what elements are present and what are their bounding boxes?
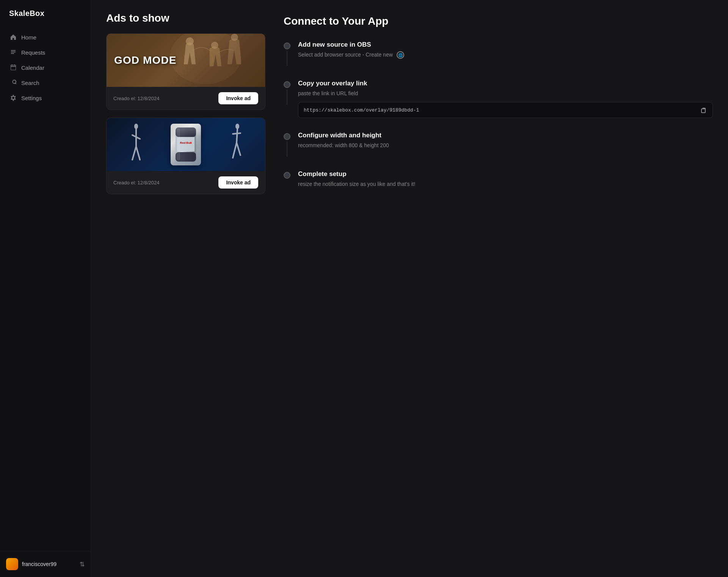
- step-overlay-dot: [284, 81, 290, 88]
- sidebar-item-calendar[interactable]: Calendar: [5, 60, 86, 75]
- step-overlay-title: Copy your overlay link: [298, 80, 713, 87]
- redbull-can: Red Bull: [171, 124, 201, 165]
- step-overlay: Copy your overlay link paste the link in…: [284, 80, 713, 132]
- chevron-updown-icon: ⇅: [80, 561, 85, 568]
- sidebar-item-home[interactable]: Home: [5, 30, 86, 44]
- sidebar-item-settings[interactable]: Settings: [5, 91, 86, 105]
- sidebar-nav: Home Requests Calendar: [0, 30, 91, 551]
- sidebar-item-calendar-label: Calendar: [21, 64, 44, 71]
- overlay-url-text: https://skalebox.com/overlay/9189dbdd-1: [304, 107, 696, 113]
- svg-point-2: [186, 37, 194, 45]
- step-obs-indicator: [284, 42, 290, 66]
- step-dimensions-title: Configure width and height: [298, 132, 713, 139]
- invoke-ad-godmode-button[interactable]: Invoke ad: [218, 92, 258, 104]
- svg-point-4: [231, 34, 238, 41]
- invoke-ad-redbull-button[interactable]: Invoke ad: [218, 176, 258, 189]
- step-obs-title: Add new source in OBS: [298, 41, 713, 49]
- step-overlay-line: [287, 90, 287, 105]
- requests-icon: [10, 49, 17, 56]
- app-logo: SkaleBox: [0, 0, 91, 30]
- sidebar-item-requests[interactable]: Requests: [5, 45, 86, 60]
- sidebar-item-search-label: Search: [21, 80, 39, 86]
- svg-rect-6: [176, 127, 196, 137]
- step-complete-title: Complete setup: [298, 170, 713, 178]
- step-obs-line: [287, 51, 287, 66]
- copy-url-button[interactable]: [700, 106, 707, 114]
- step-complete-content: Complete setup resize the notification s…: [298, 170, 713, 188]
- sidebar: SkaleBox Home Requests: [0, 0, 91, 577]
- step-dimensions-indicator: [284, 133, 290, 157]
- step-obs: Add new source in OBS Select add browser…: [284, 41, 713, 80]
- ad-godmode-footer: Creado el: 12/8/2024 Invoke ad: [107, 87, 265, 110]
- step-complete-indicator: [284, 172, 290, 179]
- step-overlay-indicator: [284, 81, 290, 105]
- ad-card-godmode: GOD MODE Creado el: 12/8/2024 Invoke ad: [106, 33, 265, 110]
- sidebar-item-settings-label: Settings: [21, 95, 42, 101]
- svg-point-3: [211, 42, 218, 49]
- step-overlay-desc: paste the link in URL field: [298, 90, 713, 97]
- step-overlay-content: Copy your overlay link paste the link in…: [298, 80, 713, 118]
- search-icon: [10, 79, 17, 86]
- ad-card-redbull: Red Bull Creado el: 12/8/2024 Invoke ad: [106, 118, 265, 194]
- main-content: Ads to show: [91, 0, 728, 577]
- connect-panel-title: Connect to Your App: [284, 15, 713, 27]
- globe-icon: 🌐: [397, 51, 404, 59]
- right-silhouette-icon: [226, 122, 245, 167]
- ads-panel: Ads to show: [106, 12, 265, 565]
- step-complete: Complete setup resize the notification s…: [284, 170, 713, 188]
- sidebar-item-home-label: Home: [21, 34, 36, 41]
- sidebar-item-search[interactable]: Search: [5, 75, 86, 90]
- step-dimensions-line: [287, 141, 287, 157]
- username: franciscover99: [22, 561, 56, 567]
- step-obs-dot: [284, 42, 290, 49]
- svg-rect-10: [176, 128, 180, 160]
- ad-redbull-image: Red Bull: [107, 118, 265, 171]
- connect-panel: Connect to Your App Add new source in OB…: [284, 12, 713, 565]
- sidebar-footer: franciscover99 ⇅: [0, 551, 91, 577]
- step-complete-desc: resize the notification size as you like…: [298, 180, 713, 188]
- ad-godmode-label: GOD MODE: [114, 54, 177, 66]
- step-dimensions: Configure width and height recommended: …: [284, 132, 713, 170]
- ad-redbull-date: Creado el: 12/8/2024: [113, 180, 159, 186]
- gear-icon: [10, 94, 17, 101]
- user-info[interactable]: franciscover99: [6, 558, 56, 570]
- ad-godmode-date: Creado el: 12/8/2024: [113, 96, 159, 101]
- overlay-url-box: https://skalebox.com/overlay/9189dbdd-1: [298, 102, 713, 118]
- step-dimensions-dot: [284, 133, 290, 140]
- step-dimensions-desc: recommended: width 800 & height 200: [298, 141, 713, 149]
- ad-redbull-footer: Creado el: 12/8/2024 Invoke ad: [107, 171, 265, 194]
- sidebar-item-requests-label: Requests: [21, 49, 45, 56]
- step-complete-dot: [284, 172, 290, 179]
- ad-godmode-image: GOD MODE: [107, 34, 265, 87]
- ads-panel-title: Ads to show: [106, 12, 265, 24]
- step-obs-desc: Select add browser source - Create new 🌐: [298, 51, 713, 59]
- calendar-icon: [10, 64, 17, 71]
- left-silhouette-icon: [127, 122, 146, 167]
- avatar: [6, 558, 18, 570]
- step-obs-content: Add new source in OBS Select add browser…: [298, 41, 713, 59]
- steps-list: Add new source in OBS Select add browser…: [284, 41, 713, 188]
- home-icon: [10, 34, 17, 41]
- svg-text:Red Bull: Red Bull: [180, 141, 192, 145]
- step-dimensions-content: Configure width and height recommended: …: [298, 132, 713, 149]
